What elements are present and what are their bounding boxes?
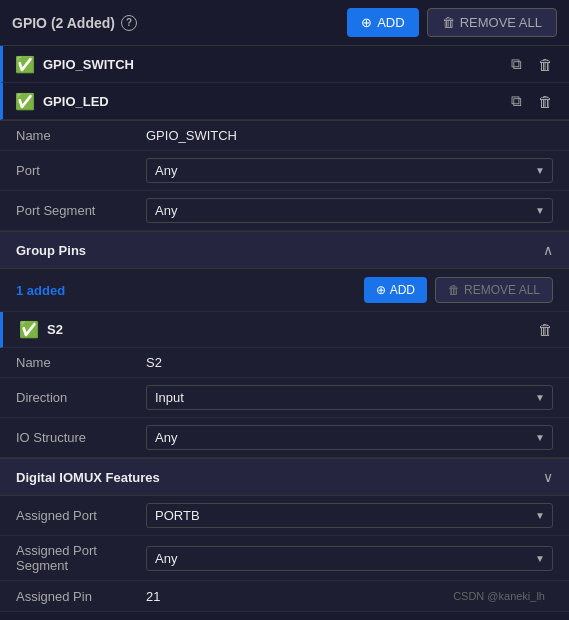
group-pins-remove-all-button[interactable]: 🗑 REMOVE ALL (435, 277, 553, 303)
name-label: Name (16, 128, 136, 143)
pin-name-value: S2 (146, 355, 553, 370)
watermark: CSDN @kaneki_lh (445, 588, 553, 604)
remove-all-button-label: REMOVE ALL (460, 15, 542, 30)
plus-icon-small: ⊕ (376, 283, 386, 297)
trash-icon-small: 🗑 (448, 283, 460, 297)
pin-io-structure-select[interactable]: Any (146, 425, 553, 450)
pin-io-structure-label: IO Structure (16, 430, 136, 445)
form-row-port-segment: Port Segment Any (0, 191, 569, 231)
group-pins-added-count: 1 added (16, 283, 65, 298)
assigned-port-segment-row: Assigned Port Segment Any (0, 536, 569, 581)
collapse-down-icon: ∨ (543, 469, 553, 485)
gpio-item-name-led: GPIO_LED (43, 94, 499, 109)
gpio-item-actions-led: ⧉ 🗑 (507, 90, 557, 112)
trash-icon: 🗑 (442, 15, 455, 30)
group-pins-remove-all-label: REMOVE ALL (464, 283, 540, 297)
group-pins-header[interactable]: Group Pins ∧ (0, 231, 569, 269)
port-label: Port (16, 163, 136, 178)
pin-direction-select[interactable]: Input (146, 385, 553, 410)
port-segment-label: Port Segment (16, 203, 136, 218)
assigned-port-segment-label: Assigned Port Segment (16, 543, 136, 573)
assigned-port-label: Assigned Port (16, 508, 136, 523)
assigned-pin-row: Assigned Pin 21 CSDN @kaneki_lh (0, 581, 569, 612)
help-icon[interactable]: ? (121, 15, 137, 31)
form-row-port: Port Any (0, 151, 569, 191)
add-button-label: ADD (377, 15, 404, 30)
check-icon-led: ✅ (15, 92, 35, 111)
assigned-pin-value: 21 (146, 589, 435, 604)
digital-iomux-header[interactable]: Digital IOMUX Features ∨ (0, 458, 569, 496)
delete-button-switch[interactable]: 🗑 (534, 54, 557, 75)
pin-item-name-s2: S2 (47, 322, 526, 337)
pin-io-structure-select-wrapper: Any (146, 425, 553, 450)
pin-form-row-direction: Direction Input (0, 378, 569, 418)
assigned-port-select-wrapper: PORTB (146, 503, 553, 528)
pin-form: Name S2 Direction Input IO Structure Any (0, 348, 569, 458)
header: GPIO (2 Added) ? ⊕ ADD 🗑 REMOVE ALL (0, 0, 569, 46)
name-value: GPIO_SWITCH (146, 128, 553, 143)
group-pins-title: Group Pins (16, 243, 86, 258)
delete-button-s2[interactable]: 🗑 (534, 319, 557, 340)
plus-icon: ⊕ (361, 15, 372, 30)
gpio-form: Name GPIO_SWITCH Port Any Port Segment A… (0, 121, 569, 231)
header-title: GPIO (2 Added) ? (12, 15, 137, 31)
port-segment-select[interactable]: Any (146, 198, 553, 223)
gpio-item-actions-switch: ⧉ 🗑 (507, 53, 557, 75)
pin-item-actions-s2: 🗑 (534, 319, 557, 340)
gpio-list: ✅ GPIO_SWITCH ⧉ 🗑 ✅ GPIO_LED ⧉ 🗑 (0, 46, 569, 121)
pin-name-label: Name (16, 355, 136, 370)
assigned-pin-label: Assigned Pin (16, 589, 136, 604)
assigned-port-row: Assigned Port PORTB (0, 496, 569, 536)
check-icon-switch: ✅ (15, 55, 35, 74)
remove-all-button[interactable]: 🗑 REMOVE ALL (427, 8, 557, 37)
group-pins-buttons: ⊕ ADD 🗑 REMOVE ALL (364, 277, 553, 303)
digital-iomux-form: Assigned Port PORTB Assigned Port Segmen… (0, 496, 569, 612)
header-buttons: ⊕ ADD 🗑 REMOVE ALL (347, 8, 557, 37)
form-row-name: Name GPIO_SWITCH (0, 121, 569, 151)
group-pins-toolbar: 1 added ⊕ ADD 🗑 REMOVE ALL (0, 269, 569, 312)
check-icon-s2: ✅ (19, 320, 39, 339)
pin-direction-label: Direction (16, 390, 136, 405)
port-select-wrapper: Any (146, 158, 553, 183)
group-pins-add-button[interactable]: ⊕ ADD (364, 277, 427, 303)
header-title-text: GPIO (2 Added) (12, 15, 115, 31)
digital-iomux-title: Digital IOMUX Features (16, 470, 160, 485)
pin-item-s2[interactable]: ✅ S2 🗑 (0, 312, 569, 348)
copy-button-switch[interactable]: ⧉ (507, 53, 526, 75)
copy-button-led[interactable]: ⧉ (507, 90, 526, 112)
pin-form-row-name: Name S2 (0, 348, 569, 378)
group-pins-section: Group Pins ∧ 1 added ⊕ ADD 🗑 REMOVE ALL … (0, 231, 569, 612)
pin-direction-select-wrapper: Input (146, 385, 553, 410)
gpio-item-led[interactable]: ✅ GPIO_LED ⧉ 🗑 (0, 83, 569, 120)
port-segment-select-wrapper: Any (146, 198, 553, 223)
add-button[interactable]: ⊕ ADD (347, 8, 418, 37)
assigned-port-select[interactable]: PORTB (146, 503, 553, 528)
delete-button-led[interactable]: 🗑 (534, 91, 557, 112)
assigned-port-segment-select-wrapper: Any (146, 546, 553, 571)
gpio-item-name-switch: GPIO_SWITCH (43, 57, 499, 72)
port-select[interactable]: Any (146, 158, 553, 183)
collapse-up-icon: ∧ (543, 242, 553, 258)
pin-form-row-io-structure: IO Structure Any (0, 418, 569, 458)
gpio-item-switch[interactable]: ✅ GPIO_SWITCH ⧉ 🗑 (0, 46, 569, 83)
assigned-port-segment-select[interactable]: Any (146, 546, 553, 571)
group-pins-add-label: ADD (390, 283, 415, 297)
